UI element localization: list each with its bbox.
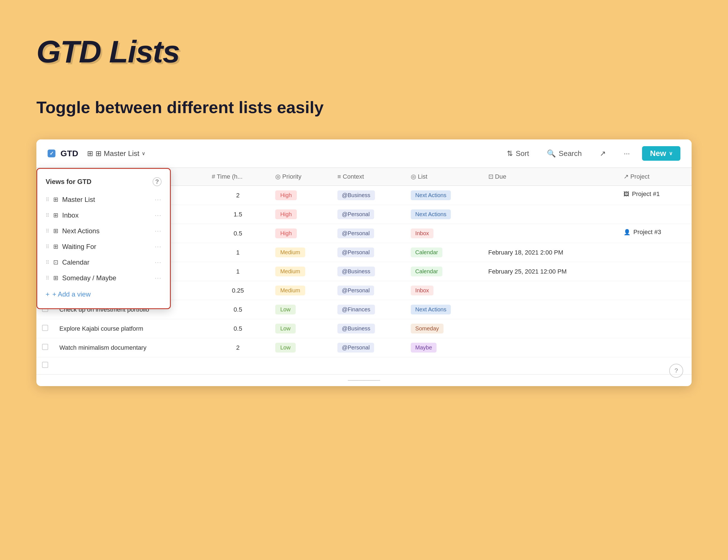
priority-badge: High	[275, 209, 297, 219]
gtd-checkbox-icon	[48, 150, 55, 157]
row-checkbox-cell	[36, 338, 54, 357]
context-badge: @Personal	[337, 343, 374, 353]
context-cell: @Business	[332, 262, 405, 281]
chevron-down-icon: ∨	[142, 150, 145, 157]
view-item[interactable]: ⠿ ⊞ Next Actions ···	[37, 223, 170, 239]
context-badge: @Personal	[337, 286, 374, 295]
expand-icon: ↗	[600, 149, 606, 158]
app-title: GTD	[60, 149, 78, 158]
search-icon: 🔍	[547, 149, 556, 158]
context-cell: @Personal	[332, 205, 405, 224]
resize-icon[interactable]: ↗	[594, 147, 612, 160]
view-more-icon[interactable]: ···	[155, 274, 162, 282]
priority-cell: High	[270, 186, 332, 205]
search-button[interactable]: 🔍 Search	[541, 147, 587, 160]
view-more-icon[interactable]: ···	[155, 196, 162, 203]
list-cell: Calendar	[405, 243, 483, 262]
priority-cell: Low	[270, 300, 332, 319]
help-button[interactable]: ?	[669, 364, 683, 378]
drag-handle-icon: ⠿	[46, 259, 49, 265]
list-cell	[405, 357, 483, 374]
time-cell: 0.5	[206, 319, 270, 338]
add-icon: +	[46, 290, 50, 298]
sort-button[interactable]: ⇅ Sort	[501, 147, 535, 160]
view-item[interactable]: ⠿ ⊡ Calendar ···	[37, 255, 170, 270]
task-name-cell: Explore Kajabi course platform	[54, 319, 206, 338]
row-checkbox[interactable]	[42, 325, 48, 331]
due-cell	[483, 300, 618, 319]
col-due[interactable]: ⊡ Due	[483, 168, 618, 186]
context-cell: @Finances	[332, 300, 405, 319]
time-cell: 1	[206, 262, 270, 281]
time-cell: 2	[206, 338, 270, 357]
view-more-icon[interactable]: ···	[155, 259, 162, 266]
priority-cell: Medium	[270, 243, 332, 262]
project-cell	[618, 205, 692, 214]
view-type-icon: ⊞	[53, 196, 58, 203]
views-help-icon[interactable]: ?	[153, 177, 162, 186]
more-options-button[interactable]: ···	[618, 147, 636, 160]
context-cell: @Business	[332, 319, 405, 338]
time-cell	[206, 357, 270, 374]
list-cell: Next Actions	[405, 205, 483, 224]
view-more-icon[interactable]: ···	[155, 243, 162, 250]
project-icon: 👤	[624, 229, 631, 235]
context-cell	[332, 357, 405, 374]
project-cell: 👤Project #3	[618, 224, 692, 240]
list-badge: Inbox	[411, 228, 433, 238]
view-icon: ⊞	[87, 149, 93, 158]
table-row	[36, 357, 692, 374]
priority-cell: Medium	[270, 262, 332, 281]
task-name-cell	[54, 357, 206, 374]
new-button[interactable]: New ∨	[642, 146, 680, 161]
view-item-label: Someday / Maybe	[62, 274, 151, 282]
due-cell	[483, 186, 618, 205]
list-badge: Inbox	[411, 286, 433, 295]
drag-handle-icon: ⠿	[46, 275, 49, 281]
project-cell: 🖼Project #1	[618, 186, 692, 202]
context-cell: @Personal	[332, 243, 405, 262]
row-checkbox[interactable]	[42, 344, 48, 350]
view-item[interactable]: ⠿ ⊞ Inbox ···	[37, 207, 170, 223]
row-checkbox[interactable]	[42, 362, 48, 368]
context-cell: @Personal	[332, 281, 405, 300]
due-cell	[483, 357, 618, 374]
list-badge: Maybe	[411, 343, 437, 353]
priority-cell: Low	[270, 319, 332, 338]
add-view-button[interactable]: + + Add a view	[37, 286, 170, 303]
add-view-label: + Add a view	[52, 290, 91, 298]
row-checkbox-cell	[36, 319, 54, 338]
list-badge: Next Actions	[411, 209, 451, 219]
col-time[interactable]: # Time (h...	[206, 168, 270, 186]
priority-cell: High	[270, 224, 332, 243]
project-label: Project #1	[632, 190, 660, 198]
task-name-cell: Watch minimalism documentary	[54, 338, 206, 357]
view-more-icon[interactable]: ···	[155, 227, 162, 235]
list-cell: Next Actions	[405, 186, 483, 205]
priority-cell: High	[270, 205, 332, 224]
view-item[interactable]: ⠿ ⊞ Waiting For ···	[37, 239, 170, 255]
priority-badge: Medium	[275, 286, 305, 295]
new-chevron-icon: ∨	[669, 150, 673, 157]
view-item[interactable]: ⠿ ⊞ Someday / Maybe ···	[37, 270, 170, 286]
col-priority[interactable]: ◎ Priority	[270, 168, 332, 186]
list-badge: Calendar	[411, 267, 442, 276]
drag-handle-icon: ⠿	[46, 197, 49, 203]
context-badge: @Business	[337, 190, 375, 200]
priority-badge: High	[275, 228, 297, 238]
view-type-icon: ⊞	[53, 212, 58, 219]
project-cell	[618, 338, 692, 347]
drag-handle-icon: ⠿	[46, 228, 49, 234]
view-more-icon[interactable]: ···	[155, 212, 162, 219]
col-project[interactable]: ↗ Project	[618, 168, 692, 186]
list-badge: Next Actions	[411, 305, 451, 314]
sort-label: Sort	[516, 149, 529, 158]
views-panel-title: Views for GTD	[46, 178, 92, 186]
view-item[interactable]: ⠿ ⊞ Master List ···	[37, 192, 170, 207]
priority-cell: Medium	[270, 281, 332, 300]
col-list[interactable]: ◎ List	[405, 168, 483, 186]
project-cell	[618, 243, 692, 252]
view-selector[interactable]: ⊞ ⊞ Master List ∨	[83, 148, 149, 160]
view-item-label: Waiting For	[62, 243, 151, 251]
col-context[interactable]: ≡ Context	[332, 168, 405, 186]
